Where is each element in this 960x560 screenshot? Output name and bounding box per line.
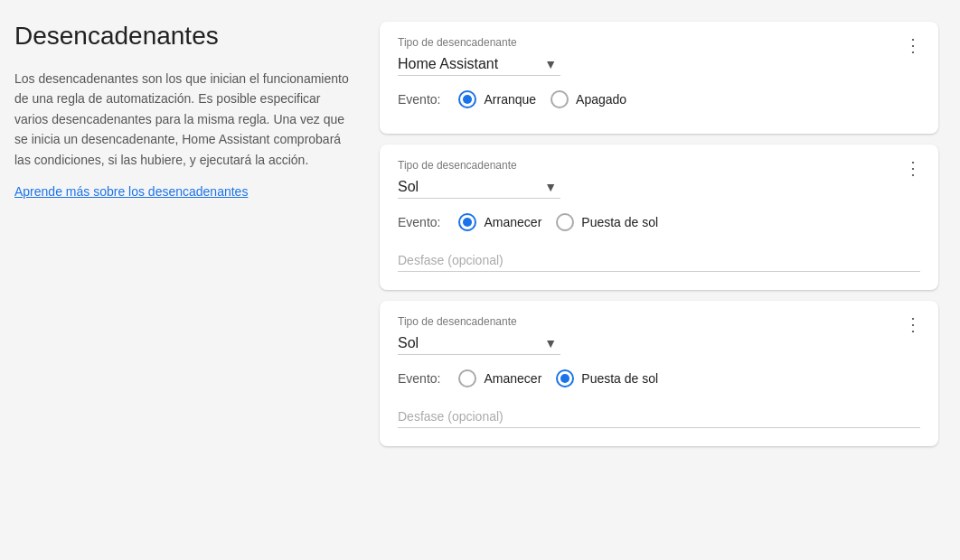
card-1-arranque-label: Arranque — [484, 92, 536, 107]
card-1-option-apagado[interactable]: Apagado — [551, 90, 626, 108]
card-2-type-wrapper: Sol Home Assistant Estado Tiempo ▼ — [398, 175, 560, 199]
card-2-puesta-label: Puesta de sol — [581, 215, 658, 229]
page-title: Desencadenantes — [14, 22, 351, 51]
card-1-apagado-label: Apagado — [576, 92, 626, 107]
card-2-option-puesta[interactable]: Puesta de sol — [556, 213, 658, 231]
card-1-event-row: Evento: Arranque Apagado — [398, 90, 920, 108]
card-3-type-wrapper: Sol Home Assistant Estado Tiempo ▼ — [398, 331, 560, 355]
card-3-amanecer-label: Amanecer — [484, 371, 541, 386]
card-1-radio-arranque — [458, 90, 476, 108]
card-2-event-label: Evento: — [398, 215, 440, 229]
cards-container: ⋮ Tipo de desencadenante Home Assistant … — [380, 22, 938, 538]
card-3-desfase-input[interactable] — [398, 406, 920, 428]
learn-more-link[interactable]: Aprende más sobre los desencadenantes — [14, 184, 248, 199]
trigger-card-3: ⋮ Tipo de desencadenante Sol Home Assist… — [380, 301, 938, 446]
card-2-type-select[interactable]: Sol Home Assistant Estado Tiempo — [398, 175, 560, 199]
card-2-desfase-input[interactable] — [398, 249, 920, 272]
trigger-card-2: ⋮ Tipo de desencadenante Sol Home Assist… — [380, 145, 938, 290]
card-3-menu-button[interactable]: ⋮ — [899, 312, 927, 337]
card-1-type-wrapper: Home Assistant Sol Estado Tiempo ▼ — [398, 52, 560, 76]
card-1-option-arranque[interactable]: Arranque — [458, 90, 536, 108]
card-2-option-amanecer[interactable]: Amanecer — [458, 213, 541, 231]
card-2-radio-dot-amanecer — [463, 218, 472, 227]
card-3-field-label: Tipo de desencadenante — [398, 315, 920, 328]
card-3-radio-amanecer — [458, 369, 476, 387]
card-3-option-puesta[interactable]: Puesta de sol — [556, 369, 658, 387]
card-1-event-label: Evento: — [398, 92, 440, 107]
card-3-option-amanecer[interactable]: Amanecer — [458, 369, 541, 387]
card-2-event-row: Evento: Amanecer Puesta de sol — [398, 213, 920, 231]
card-2-radio-puesta — [556, 213, 574, 231]
trigger-card-1: ⋮ Tipo de desencadenante Home Assistant … — [380, 22, 938, 134]
card-1-menu-button[interactable]: ⋮ — [899, 33, 927, 58]
card-3-puesta-label: Puesta de sol — [581, 371, 658, 386]
card-1-type-select[interactable]: Home Assistant Sol Estado Tiempo — [398, 52, 560, 76]
card-2-field-label: Tipo de desencadenante — [398, 159, 920, 172]
card-3-radio-dot-puesta — [560, 374, 569, 383]
card-2-menu-button[interactable]: ⋮ — [899, 155, 927, 181]
card-1-radio-dot-arranque — [463, 95, 472, 104]
card-3-type-select[interactable]: Sol Home Assistant Estado Tiempo — [398, 331, 560, 355]
card-1-radio-apagado — [551, 90, 569, 108]
card-3-radio-puesta — [556, 369, 574, 387]
card-2-amanecer-label: Amanecer — [484, 215, 541, 229]
card-3-event-row: Evento: Amanecer Puesta de sol — [398, 369, 920, 387]
card-2-radio-amanecer — [458, 213, 476, 231]
card-1-field-label: Tipo de desencadenante — [398, 36, 920, 49]
card-3-event-label: Evento: — [398, 371, 440, 386]
page-description: Los desencadenantes son los que inician … — [14, 69, 351, 170]
